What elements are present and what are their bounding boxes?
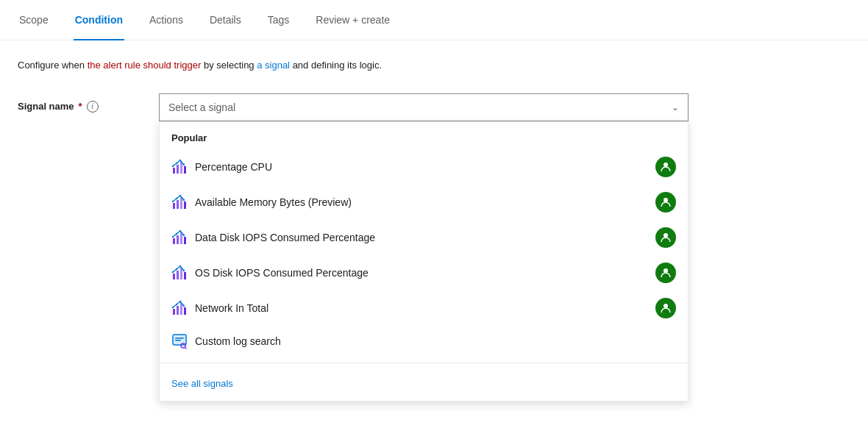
label-text: Signal name bbox=[18, 101, 74, 112]
svg-point-40 bbox=[172, 306, 174, 307]
svg-rect-12 bbox=[184, 201, 186, 209]
svg-point-32 bbox=[176, 268, 177, 269]
signal-name-label: Signal name * i bbox=[18, 93, 135, 113]
item-label-custom-log: Custom log search bbox=[195, 335, 281, 347]
bar-chart-icon-network bbox=[171, 300, 188, 316]
item-left-os-disk-iops: OS Disk IOPS Consumed Percentage bbox=[171, 265, 369, 281]
person-icon bbox=[660, 161, 672, 173]
svg-rect-20 bbox=[180, 232, 182, 244]
svg-point-15 bbox=[179, 194, 181, 196]
dropdown-item-data-disk-iops[interactable]: Data Disk IOPS Consumed Percentage bbox=[160, 220, 688, 255]
badge-icon-os-disk bbox=[655, 263, 676, 283]
tab-review-create[interactable]: Review + create bbox=[314, 1, 391, 40]
desc-highlight2: a signal bbox=[257, 60, 290, 71]
desc-prefix: Configure when bbox=[18, 60, 88, 71]
page-content: Configure when the alert rule should tri… bbox=[0, 40, 868, 121]
svg-point-8 bbox=[664, 163, 668, 167]
svg-rect-39 bbox=[184, 307, 186, 315]
bar-chart-icon-memory bbox=[171, 194, 188, 210]
svg-point-23 bbox=[176, 232, 177, 234]
tab-condition[interactable]: Condition bbox=[74, 1, 124, 40]
bar-chart-icon-data-disk bbox=[171, 229, 188, 246]
badge-icon-cpu bbox=[655, 157, 676, 177]
svg-point-42 bbox=[179, 300, 181, 302]
svg-point-24 bbox=[179, 229, 181, 231]
dropdown-item-available-memory[interactable]: Available Memory Bytes (Preview) bbox=[160, 185, 688, 220]
svg-rect-10 bbox=[177, 200, 179, 209]
badge-icon-network bbox=[655, 298, 676, 318]
badge-icon-data-disk bbox=[655, 227, 676, 248]
svg-point-6 bbox=[179, 159, 181, 160]
svg-rect-28 bbox=[177, 271, 179, 279]
person-icon-network bbox=[660, 302, 672, 314]
dropdown-divider bbox=[160, 363, 688, 363]
dropdown-item-custom-log[interactable]: Custom log search bbox=[160, 326, 688, 357]
dropdown-section-popular: Popular bbox=[160, 122, 688, 149]
svg-rect-47 bbox=[175, 338, 184, 339]
svg-point-16 bbox=[183, 199, 185, 200]
svg-point-26 bbox=[664, 233, 668, 238]
item-left-network-in: Network In Total bbox=[171, 300, 268, 316]
dropdown-item-os-disk-iops[interactable]: OS Disk IOPS Consumed Percentage bbox=[160, 255, 688, 290]
svg-rect-3 bbox=[184, 166, 186, 174]
svg-point-43 bbox=[183, 304, 185, 306]
badge-icon-memory bbox=[655, 192, 676, 213]
svg-line-50 bbox=[185, 347, 187, 349]
dropdown-placeholder: Select a signal bbox=[168, 101, 235, 113]
svg-rect-11 bbox=[180, 197, 182, 209]
svg-rect-48 bbox=[175, 340, 181, 341]
item-label-available-memory: Available Memory Bytes (Preview) bbox=[195, 196, 352, 208]
required-indicator: * bbox=[79, 101, 82, 112]
svg-point-7 bbox=[183, 163, 185, 165]
svg-point-22 bbox=[172, 235, 174, 237]
item-label-percentage-cpu: Percentage CPU bbox=[195, 161, 272, 173]
svg-rect-38 bbox=[180, 303, 182, 315]
tab-scope[interactable]: Scope bbox=[18, 1, 50, 40]
svg-rect-1 bbox=[177, 165, 179, 174]
dropdown-item-network-in[interactable]: Network In Total bbox=[160, 290, 688, 326]
svg-rect-30 bbox=[184, 272, 186, 279]
desc-middle: by selecting bbox=[201, 60, 257, 71]
svg-point-5 bbox=[176, 162, 177, 163]
bar-chart-icon-os-disk bbox=[171, 265, 188, 281]
svg-rect-36 bbox=[173, 309, 175, 315]
info-icon[interactable]: i bbox=[87, 101, 99, 113]
item-left-available-memory: Available Memory Bytes (Preview) bbox=[171, 194, 352, 210]
item-left-data-disk-iops: Data Disk IOPS Consumed Percentage bbox=[171, 229, 375, 246]
svg-rect-29 bbox=[180, 268, 182, 279]
chevron-down-icon: ⌄ bbox=[672, 102, 679, 113]
svg-point-13 bbox=[172, 200, 174, 201]
item-left-percentage-cpu: Percentage CPU bbox=[171, 159, 272, 175]
tab-tags[interactable]: Tags bbox=[266, 1, 291, 40]
item-label-os-disk-iops: OS Disk IOPS Consumed Percentage bbox=[195, 267, 369, 279]
svg-point-4 bbox=[172, 165, 174, 166]
nav-tabs: Scope Condition Actions Details Tags Rev… bbox=[0, 0, 868, 40]
signal-dropdown-panel: Popular bbox=[159, 121, 689, 402]
tab-actions[interactable]: Actions bbox=[148, 1, 185, 40]
svg-rect-0 bbox=[173, 168, 175, 174]
svg-point-25 bbox=[183, 234, 185, 235]
see-all-signals-link[interactable]: See all signals bbox=[160, 369, 688, 401]
signal-dropdown-trigger[interactable]: Select a signal ⌄ bbox=[159, 93, 689, 121]
description-text: Configure when the alert rule should tri… bbox=[18, 58, 850, 73]
tab-details[interactable]: Details bbox=[208, 1, 243, 40]
svg-rect-9 bbox=[173, 203, 175, 209]
log-search-icon bbox=[171, 333, 188, 349]
svg-point-41 bbox=[176, 303, 177, 304]
svg-point-17 bbox=[664, 198, 668, 202]
svg-point-34 bbox=[183, 269, 185, 271]
person-icon-os-disk bbox=[660, 267, 672, 279]
svg-rect-37 bbox=[177, 306, 179, 315]
signal-dropdown-wrapper: Select a signal ⌄ Popular bbox=[159, 93, 689, 121]
dropdown-item-percentage-cpu[interactable]: Percentage CPU bbox=[160, 149, 688, 185]
desc-highlight1: the alert rule should trigger bbox=[88, 60, 202, 71]
svg-rect-19 bbox=[177, 235, 179, 244]
svg-rect-2 bbox=[180, 162, 182, 174]
person-icon-memory bbox=[660, 196, 672, 208]
item-label-data-disk-iops: Data Disk IOPS Consumed Percentage bbox=[195, 232, 375, 243]
person-icon-data-disk bbox=[660, 232, 672, 243]
svg-point-31 bbox=[172, 271, 174, 272]
svg-point-33 bbox=[179, 265, 181, 266]
svg-point-35 bbox=[664, 268, 668, 273]
item-left-custom-log: Custom log search bbox=[171, 333, 281, 349]
